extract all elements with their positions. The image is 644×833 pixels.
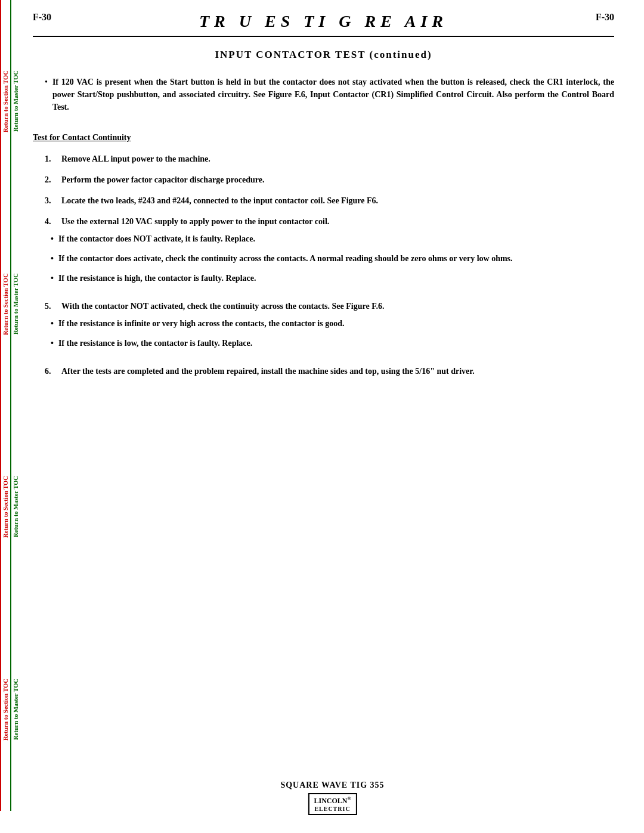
sidebar-group-3: Return to Section TOC Return to Master T… <box>0 405 21 608</box>
numbered-list: 1. Remove ALL input power to the machine… <box>33 153 614 377</box>
item-6-num: 6. <box>45 365 57 377</box>
footer-logo-line1: LINCOLN® <box>314 796 351 806</box>
sidebar-tab-section-2[interactable]: Return to Section TOC <box>0 203 10 405</box>
left-sidebar: Return to Section TOC Return to Master T… <box>0 0 21 833</box>
item-4-subbullets: • If the contactor does NOT activate, it… <box>45 233 614 292</box>
sidebar-tab-master-4[interactable]: Return to Master TOC <box>10 608 20 811</box>
sub-bullet-4-2: • If the contactor does activate, check … <box>51 252 614 265</box>
sub-bullet-sym-5: • <box>51 337 54 349</box>
sidebar-group-2: Return to Section TOC Return to Master T… <box>0 203 21 405</box>
sub-bullet-4-1: • If the contactor does NOT activate, it… <box>51 233 614 245</box>
sidebar-group-1: Return to Section TOC Return to Master T… <box>0 0 21 203</box>
sub-bullet-4-3-text: If the resistance is high, the contactor… <box>58 272 256 284</box>
numbered-item-2: 2. Perform the power factor capacitor di… <box>45 174 614 186</box>
sub-bullet-5-2-text: If the resistance is low, the contactor … <box>58 337 252 349</box>
item-1-num: 1. <box>45 153 57 165</box>
sub-bullet-4-2-text: If the contactor does activate, check th… <box>58 252 513 265</box>
item-4-text: Use the external 120 VAC supply to apply… <box>61 215 329 228</box>
item-4-num: 4. <box>45 215 57 228</box>
item-5-text: With the contactor NOT activated, check … <box>61 300 384 312</box>
sub-bullet-5-1: • If the resistance is infinite or very … <box>51 317 614 330</box>
sidebar-tab-master-2[interactable]: Return to Master TOC <box>10 203 20 405</box>
page-header: F-30 TR U ES TI G RE AIR F-30 <box>33 12 614 37</box>
intro-bullet: • If 120 VAC is present when the Start b… <box>33 76 614 113</box>
numbered-item-5: 5. With the contactor NOT activated, che… <box>45 300 614 357</box>
intro-bullet-text: If 120 VAC is present when the Start but… <box>52 76 614 113</box>
content-body: • If 120 VAC is present when the Start b… <box>33 76 614 377</box>
item-6-text: After the tests are completed and the pr… <box>61 365 475 377</box>
sub-bullet-4-3: • If the resistance is high, the contact… <box>51 272 614 284</box>
sidebar-tab-master-3[interactable]: Return to Master TOC <box>10 405 20 608</box>
item-1-text: Remove ALL input power to the machine. <box>61 153 210 165</box>
numbered-item-1: 1. Remove ALL input power to the machine… <box>45 153 614 165</box>
sub-bullet-sym: • <box>51 233 54 245</box>
item-5-subbullets: • If the resistance is infinite or very … <box>45 317 614 357</box>
sub-bullet-4-1-text: If the contactor does NOT activate, it i… <box>58 233 255 245</box>
section-title: INPUT CONTACTOR TEST (continued) <box>33 49 614 61</box>
item-5-num: 5. <box>45 300 57 312</box>
item-3-text: Locate the two leads, #243 and #244, con… <box>61 194 378 207</box>
subsection-title: Test for Contact Continuity <box>33 131 614 144</box>
footer-logo: LINCOLN® ELECTRIC <box>308 793 357 815</box>
sidebar-tab-master-1[interactable]: Return to Master TOC <box>10 0 20 203</box>
numbered-item-4: 4. Use the external 120 VAC supply to ap… <box>45 215 614 292</box>
numbered-item-6: 6. After the tests are completed and the… <box>45 365 614 377</box>
sub-bullet-sym-2: • <box>51 252 54 265</box>
page-number-right: F-30 <box>596 12 614 23</box>
footer-product: SQUARE WAVE TIG 355 <box>280 781 384 790</box>
sub-bullet-5-1-text: If the resistance is infinite or very hi… <box>58 317 345 330</box>
item-3-num: 3. <box>45 194 57 207</box>
sub-bullet-5-2: • If the resistance is low, the contacto… <box>51 337 614 349</box>
sidebar-group-4: Return to Section TOC Return to Master T… <box>0 608 21 811</box>
sidebar-tab-section-1[interactable]: Return to Section TOC <box>0 0 10 203</box>
page-title: TR U ES TI G RE AIR <box>51 12 596 31</box>
bullet-symbol: • <box>45 76 48 113</box>
footer-logo-line2: ELECTRIC <box>314 806 351 812</box>
sidebar-tab-section-3[interactable]: Return to Section TOC <box>0 405 10 608</box>
item-2-num: 2. <box>45 174 57 186</box>
sub-bullet-sym-4: • <box>51 317 54 330</box>
numbered-item-3: 3. Locate the two leads, #243 and #244, … <box>45 194 614 207</box>
page-footer: SQUARE WAVE TIG 355 LINCOLN® ELECTRIC <box>280 781 384 815</box>
main-content: F-30 TR U ES TI G RE AIR F-30 INPUT CONT… <box>21 0 644 833</box>
page-number-left: F-30 <box>33 12 51 23</box>
sidebar-tab-section-4[interactable]: Return to Section TOC <box>0 608 10 811</box>
item-2-text: Perform the power factor capacitor disch… <box>61 174 264 186</box>
sub-bullet-sym-3: • <box>51 272 54 284</box>
